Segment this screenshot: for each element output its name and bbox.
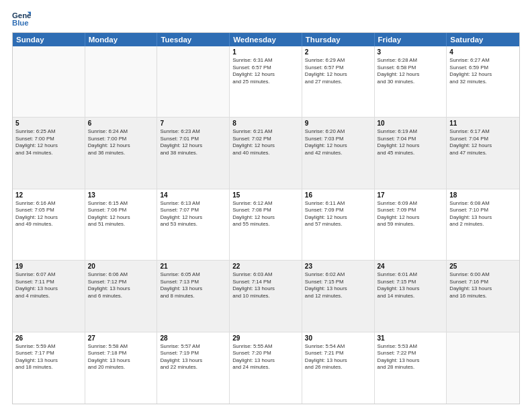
day-number: 24 — [378, 263, 444, 270]
calendar-cell-w3d3: 14Sunrise: 6:13 AMSunset: 7:07 PMDayligh… — [157, 189, 230, 260]
logo: General Blue — [12, 9, 31, 28]
day-number: 17 — [378, 191, 444, 199]
day-info: Sunrise: 5:55 AMSunset: 7:20 PMDaylight:… — [232, 343, 299, 371]
weekday-header-thursday: Thursday — [302, 33, 375, 46]
day-number: 7 — [160, 120, 226, 127]
calendar-cell-w1d7: 4Sunrise: 6:27 AMSunset: 6:59 PMDaylight… — [447, 46, 519, 117]
calendar-cell-w3d7: 18Sunrise: 6:08 AMSunset: 7:10 PMDayligh… — [447, 189, 519, 260]
day-number: 9 — [305, 120, 371, 127]
day-number: 30 — [305, 334, 371, 342]
calendar-cell-w5d1: 26Sunrise: 5:59 AMSunset: 7:17 PMDayligh… — [13, 332, 85, 404]
day-number: 21 — [160, 263, 226, 270]
day-info: Sunrise: 6:27 AMSunset: 6:59 PMDaylight:… — [449, 57, 517, 85]
day-number: 3 — [378, 48, 444, 56]
calendar-cell-w2d4: 8Sunrise: 6:21 AMSunset: 7:02 PMDaylight… — [230, 118, 302, 188]
calendar-cell-w1d1 — [13, 46, 85, 117]
calendar-cell-w2d7: 11Sunrise: 6:17 AMSunset: 7:04 PMDayligh… — [447, 118, 519, 188]
day-info: Sunrise: 6:19 AMSunset: 7:04 PMDaylight:… — [378, 128, 444, 156]
weekday-header-tuesday: Tuesday — [157, 33, 230, 46]
calendar-cell-w1d5: 2Sunrise: 6:29 AMSunset: 6:57 PMDaylight… — [302, 46, 375, 117]
weekday-header-wednesday: Wednesday — [230, 33, 302, 46]
day-info: Sunrise: 6:08 AMSunset: 7:10 PMDaylight:… — [449, 200, 517, 228]
day-info: Sunrise: 5:57 AMSunset: 7:19 PMDaylight:… — [160, 343, 226, 371]
calendar-cell-w2d6: 10Sunrise: 6:19 AMSunset: 7:04 PMDayligh… — [375, 118, 447, 188]
day-info: Sunrise: 6:00 AMSunset: 7:16 PMDaylight:… — [449, 271, 517, 300]
day-info: Sunrise: 6:09 AMSunset: 7:09 PMDaylight:… — [378, 200, 444, 228]
day-info: Sunrise: 6:23 AMSunset: 7:01 PMDaylight:… — [160, 128, 226, 156]
day-number: 22 — [232, 263, 299, 270]
calendar-cell-w3d4: 15Sunrise: 6:12 AMSunset: 7:08 PMDayligh… — [230, 189, 302, 260]
day-number: 2 — [305, 48, 371, 56]
calendar-cell-w3d1: 12Sunrise: 6:16 AMSunset: 7:05 PMDayligh… — [13, 189, 85, 260]
day-info: Sunrise: 6:17 AMSunset: 7:04 PMDaylight:… — [449, 128, 517, 156]
day-info: Sunrise: 5:54 AMSunset: 7:21 PMDaylight:… — [305, 343, 371, 371]
calendar-row-2: 5Sunrise: 6:25 AMSunset: 7:00 PMDaylight… — [13, 118, 519, 189]
day-info: Sunrise: 6:25 AMSunset: 7:00 PMDaylight:… — [15, 128, 82, 156]
day-info: Sunrise: 5:59 AMSunset: 7:17 PMDaylight:… — [15, 343, 82, 371]
day-info: Sunrise: 6:21 AMSunset: 7:02 PMDaylight:… — [232, 128, 299, 156]
day-info: Sunrise: 6:11 AMSunset: 7:09 PMDaylight:… — [305, 200, 371, 228]
calendar-cell-w4d5: 23Sunrise: 6:02 AMSunset: 7:15 PMDayligh… — [302, 261, 375, 331]
day-number: 14 — [160, 191, 226, 199]
calendar: SundayMondayTuesdayWednesdayThursdayFrid… — [12, 32, 520, 404]
day-number: 16 — [305, 191, 371, 199]
calendar-cell-w2d2: 6Sunrise: 6:24 AMSunset: 7:00 PMDaylight… — [85, 118, 158, 188]
day-info: Sunrise: 5:53 AMSunset: 7:22 PMDaylight:… — [378, 343, 444, 371]
day-info: Sunrise: 6:31 AMSunset: 6:57 PMDaylight:… — [232, 57, 299, 85]
calendar-row-1: 1Sunrise: 6:31 AMSunset: 6:57 PMDaylight… — [13, 46, 519, 118]
calendar-cell-w4d7: 25Sunrise: 6:00 AMSunset: 7:16 PMDayligh… — [447, 261, 519, 331]
day-info: Sunrise: 6:20 AMSunset: 7:03 PMDaylight:… — [305, 128, 371, 156]
day-info: Sunrise: 6:05 AMSunset: 7:13 PMDaylight:… — [160, 271, 226, 300]
day-info: Sunrise: 6:03 AMSunset: 7:14 PMDaylight:… — [232, 271, 299, 300]
day-number: 26 — [15, 334, 82, 342]
day-number: 20 — [88, 263, 154, 270]
calendar-cell-w1d3 — [157, 46, 230, 117]
day-info: Sunrise: 5:58 AMSunset: 7:18 PMDaylight:… — [88, 343, 154, 371]
day-number: 25 — [449, 263, 517, 270]
calendar-body: 1Sunrise: 6:31 AMSunset: 6:57 PMDaylight… — [13, 46, 519, 404]
day-number: 5 — [15, 120, 82, 127]
day-number: 10 — [378, 120, 444, 127]
calendar-cell-w4d3: 21Sunrise: 6:05 AMSunset: 7:13 PMDayligh… — [157, 261, 230, 331]
calendar-cell-w5d5: 30Sunrise: 5:54 AMSunset: 7:21 PMDayligh… — [302, 332, 375, 404]
day-number: 19 — [15, 263, 82, 270]
calendar-cell-w1d6: 3Sunrise: 6:28 AMSunset: 6:58 PMDaylight… — [375, 46, 447, 117]
calendar-row-3: 12Sunrise: 6:16 AMSunset: 7:05 PMDayligh… — [13, 189, 519, 261]
day-number: 13 — [88, 191, 154, 199]
day-info: Sunrise: 6:29 AMSunset: 6:57 PMDaylight:… — [305, 57, 371, 85]
svg-text:Blue: Blue — [12, 19, 29, 27]
calendar-cell-w2d1: 5Sunrise: 6:25 AMSunset: 7:00 PMDaylight… — [13, 118, 85, 188]
weekday-header-friday: Friday — [375, 33, 447, 46]
calendar-cell-w2d3: 7Sunrise: 6:23 AMSunset: 7:01 PMDaylight… — [157, 118, 230, 188]
day-number: 15 — [232, 191, 299, 199]
logo-icon: General Blue — [12, 9, 31, 28]
day-info: Sunrise: 6:12 AMSunset: 7:08 PMDaylight:… — [232, 200, 299, 228]
day-number: 4 — [449, 48, 517, 56]
day-number: 28 — [160, 334, 226, 342]
day-info: Sunrise: 6:02 AMSunset: 7:15 PMDaylight:… — [305, 271, 371, 300]
calendar-header: SundayMondayTuesdayWednesdayThursdayFrid… — [13, 33, 519, 46]
day-info: Sunrise: 6:07 AMSunset: 7:11 PMDaylight:… — [15, 271, 82, 300]
calendar-cell-w5d7 — [447, 332, 519, 404]
day-number: 31 — [378, 334, 444, 342]
calendar-cell-w2d5: 9Sunrise: 6:20 AMSunset: 7:03 PMDaylight… — [302, 118, 375, 188]
calendar-cell-w1d2 — [85, 46, 158, 117]
day-info: Sunrise: 6:01 AMSunset: 7:15 PMDaylight:… — [378, 271, 444, 300]
calendar-cell-w4d2: 20Sunrise: 6:06 AMSunset: 7:12 PMDayligh… — [85, 261, 158, 331]
day-number: 12 — [15, 191, 82, 199]
day-info: Sunrise: 6:24 AMSunset: 7:00 PMDaylight:… — [88, 128, 154, 156]
day-number: 6 — [88, 120, 154, 127]
day-info: Sunrise: 6:06 AMSunset: 7:12 PMDaylight:… — [88, 271, 154, 300]
day-info: Sunrise: 6:16 AMSunset: 7:05 PMDaylight:… — [15, 200, 82, 228]
day-info: Sunrise: 6:13 AMSunset: 7:07 PMDaylight:… — [160, 200, 226, 228]
calendar-cell-w4d6: 24Sunrise: 6:01 AMSunset: 7:15 PMDayligh… — [375, 261, 447, 331]
calendar-cell-w3d6: 17Sunrise: 6:09 AMSunset: 7:09 PMDayligh… — [375, 189, 447, 260]
day-number: 18 — [449, 191, 517, 199]
weekday-header-sunday: Sunday — [13, 33, 85, 46]
calendar-cell-w3d5: 16Sunrise: 6:11 AMSunset: 7:09 PMDayligh… — [302, 189, 375, 260]
calendar-cell-w5d6: 31Sunrise: 5:53 AMSunset: 7:22 PMDayligh… — [375, 332, 447, 404]
weekday-header-monday: Monday — [85, 33, 158, 46]
calendar-cell-w4d1: 19Sunrise: 6:07 AMSunset: 7:11 PMDayligh… — [13, 261, 85, 331]
calendar-cell-w5d4: 29Sunrise: 5:55 AMSunset: 7:20 PMDayligh… — [230, 332, 302, 404]
day-number: 27 — [88, 334, 154, 342]
